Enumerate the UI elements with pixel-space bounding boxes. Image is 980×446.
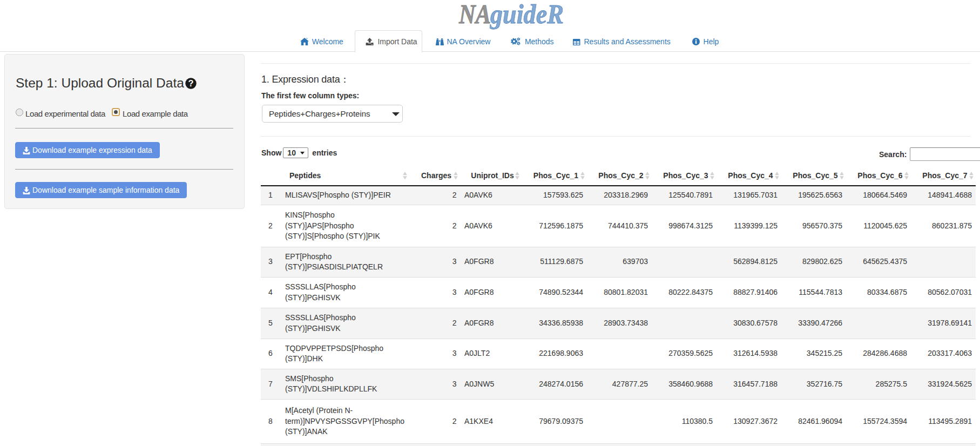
svg-text:NA: NA (458, 0, 491, 29)
svg-text:?: ? (188, 78, 193, 88)
svg-text:guideR: guideR (490, 0, 564, 29)
